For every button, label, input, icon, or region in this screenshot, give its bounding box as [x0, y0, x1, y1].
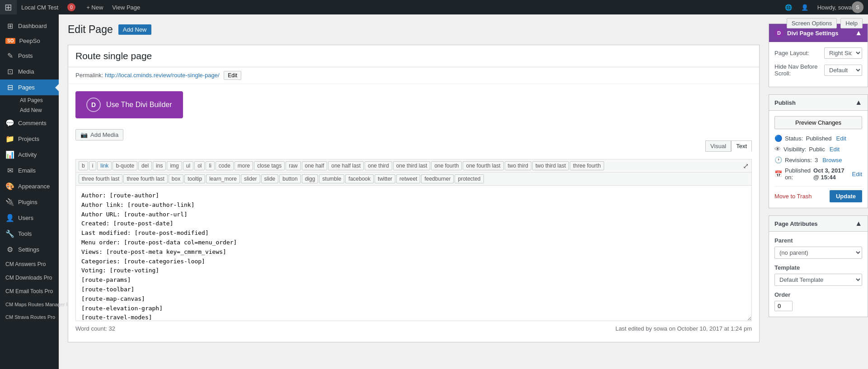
- page-title: Edit Page: [68, 23, 113, 36]
- tb-bold[interactable]: b: [79, 161, 88, 170]
- status-edit-link[interactable]: Edit: [836, 135, 846, 142]
- plugins-icon: 🔌: [5, 198, 14, 206]
- divi-builder-button[interactable]: D Use The Divi Builder: [75, 91, 183, 118]
- add-media-button[interactable]: 📷 Add Media: [75, 129, 123, 140]
- tb-learn-more[interactable]: learn_more: [206, 174, 240, 183]
- parent-group: Parent (no parent): [774, 237, 862, 264]
- hide-nav-select[interactable]: Default: [824, 65, 862, 76]
- editor-tabs: Visual Text: [75, 140, 752, 152]
- tb-two-third-last[interactable]: two third last: [532, 161, 569, 170]
- tb-twitter[interactable]: twitter: [375, 174, 395, 183]
- greeting-item[interactable]: Howdy, sowa S: [813, 1, 868, 13]
- tb-ul[interactable]: ul: [183, 161, 193, 170]
- sidebar-item-projects[interactable]: 📁 Projects: [0, 131, 59, 147]
- sidebar-item-dashboard[interactable]: ⊞ Dashboard: [0, 18, 59, 34]
- sidebar-item-cm-downloads[interactable]: CM Downloads Pro: [0, 271, 59, 285]
- tb-retweet[interactable]: retweet: [396, 174, 420, 183]
- sidebar-item-cm-maps[interactable]: CM Maps Routes Manager Pro: [0, 298, 59, 311]
- help-button[interactable]: Help: [840, 18, 863, 28]
- tb-img[interactable]: img: [167, 161, 182, 170]
- add-new-button[interactable]: Add New: [118, 24, 151, 35]
- user-icon-item[interactable]: 👤: [797, 4, 813, 11]
- screen-options-button[interactable]: Screen Options: [787, 18, 837, 28]
- tb-italic[interactable]: i: [89, 161, 97, 170]
- tb-close-tags[interactable]: close tags: [254, 161, 285, 170]
- divi-page-settings-panel: D Divi Page Settings ▲ Page Layout: Righ…: [769, 23, 868, 87]
- revisions-browse-link[interactable]: Browse: [822, 157, 842, 163]
- tb-slide[interactable]: slide: [261, 174, 279, 183]
- sidebar-item-users[interactable]: 👤 Users: [0, 210, 59, 226]
- sidebar-item-cm-email[interactable]: CM Email Tools Pro: [0, 285, 59, 298]
- tb-code[interactable]: code: [216, 161, 234, 170]
- parent-select[interactable]: (no parent): [774, 247, 862, 259]
- sidebar-item-peepso[interactable]: SO PeepSo: [0, 34, 59, 48]
- page-name-input[interactable]: [68, 45, 759, 67]
- sidebar-item-plugins[interactable]: 🔌 Plugins: [0, 194, 59, 210]
- visual-tab[interactable]: Visual: [705, 140, 731, 152]
- sidebar-item-comments[interactable]: 💬 Comments: [0, 115, 59, 131]
- tb-three-fourth-last[interactable]: three fourth last: [79, 174, 122, 183]
- tb-li[interactable]: li: [206, 161, 214, 170]
- sidebar-item-posts[interactable]: ✎ Posts: [0, 48, 59, 64]
- tb-button[interactable]: button: [279, 174, 300, 183]
- text-tab[interactable]: Text: [731, 140, 752, 152]
- tb-slider[interactable]: slider: [241, 174, 260, 183]
- tb-ins[interactable]: ins: [153, 161, 166, 170]
- tb-one-half-last[interactable]: one half last: [328, 161, 364, 170]
- sidebar-item-settings[interactable]: ⚙ Settings: [0, 242, 59, 257]
- tb-digg[interactable]: digg: [302, 174, 319, 183]
- comments-item[interactable]: 0: [63, 0, 82, 14]
- sidebar-subitem-all-pages[interactable]: All Pages: [14, 95, 59, 105]
- tb-stumble[interactable]: stumble: [319, 174, 344, 183]
- tb-more[interactable]: more: [235, 161, 253, 170]
- tb-one-third-last[interactable]: one third last: [393, 161, 431, 170]
- global-icon-item[interactable]: 🌐: [780, 4, 797, 11]
- sidebar-item-tools[interactable]: 🔧 Tools: [0, 226, 59, 242]
- tb-facebook[interactable]: facebook: [345, 174, 374, 183]
- permalink-link[interactable]: http://local.cminds.review/route-single-…: [105, 72, 220, 79]
- site-name-item[interactable]: Local CM Test: [17, 0, 63, 14]
- tb-one-fourth-last[interactable]: one fourth last: [463, 161, 503, 170]
- order-input[interactable]: [774, 301, 793, 311]
- page-attributes-toggle[interactable]: ▲: [855, 220, 862, 228]
- permalink-edit-button[interactable]: Edit: [224, 71, 241, 80]
- tb-raw[interactable]: raw: [286, 161, 300, 170]
- tb-box[interactable]: box: [169, 174, 183, 183]
- order-label: Order: [774, 291, 862, 298]
- tb-tooltip[interactable]: tooltip: [184, 174, 205, 183]
- sidebar-item-appearance[interactable]: 🎨 Appearance: [0, 178, 59, 194]
- tb-del[interactable]: del: [138, 161, 152, 170]
- template-select[interactable]: Default Template: [774, 274, 862, 286]
- sidebar-subitem-add-new[interactable]: Add New: [14, 105, 59, 115]
- tb-link[interactable]: link: [97, 161, 112, 170]
- preview-changes-button[interactable]: Preview Changes: [774, 116, 862, 129]
- update-button[interactable]: Update: [830, 190, 862, 202]
- sidebar-item-pages[interactable]: ⊟ Pages: [0, 79, 59, 95]
- move-to-trash-link[interactable]: Move to Trash: [774, 193, 812, 200]
- published-edit-link[interactable]: Edit: [852, 171, 862, 177]
- sidebar-item-activity[interactable]: 📊 Activity: [0, 147, 59, 163]
- word-count-bar: Word count: 32 Last edited by sowa on Oc…: [75, 322, 752, 335]
- tb-protected[interactable]: protected: [455, 174, 483, 183]
- sidebar-item-cm-strava[interactable]: CM Strava Routes Pro: [0, 311, 59, 323]
- page-layout-select[interactable]: Right Sidebar: [824, 47, 862, 59]
- sidebar-item-cm-answers[interactable]: CM Answers Pro: [0, 257, 59, 271]
- new-item[interactable]: + New: [82, 0, 108, 14]
- tb-feedburner[interactable]: feedburner: [421, 174, 454, 183]
- tb-expand[interactable]: ⤢: [743, 162, 749, 170]
- tb-ol[interactable]: ol: [194, 161, 205, 170]
- tb-one-half[interactable]: one half: [302, 161, 328, 170]
- tb-one-third[interactable]: one third: [365, 161, 392, 170]
- tb-three-fourth[interactable]: three fourth: [570, 161, 604, 170]
- visibility-edit-link[interactable]: Edit: [830, 146, 840, 153]
- tb-bquote[interactable]: b-quote: [113, 161, 137, 170]
- tb-one-fourth[interactable]: one fourth: [431, 161, 462, 170]
- editor-textarea[interactable]: Author: [route-author] Author link: [rou…: [75, 186, 752, 321]
- view-page-item[interactable]: View Page: [108, 0, 145, 14]
- sidebar-item-media[interactable]: ⊡ Media: [0, 64, 59, 79]
- publish-panel-toggle[interactable]: ▲: [855, 98, 862, 107]
- tb-two-third[interactable]: two third: [505, 161, 531, 170]
- sidebar-item-emails[interactable]: ✉ Emails: [0, 163, 59, 178]
- wp-logo-item[interactable]: ⊞: [0, 0, 17, 14]
- tb-three-fourth-last2[interactable]: three fourth last: [123, 174, 167, 183]
